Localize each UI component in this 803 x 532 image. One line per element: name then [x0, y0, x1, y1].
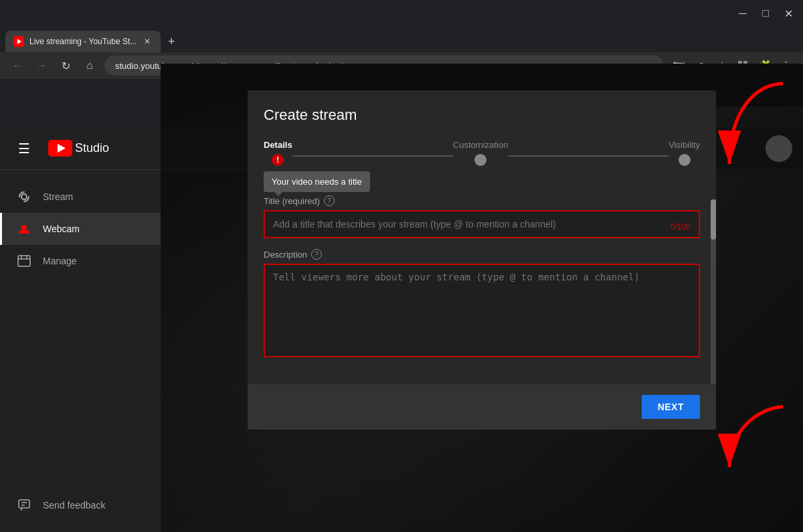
youtube-icon — [48, 140, 72, 157]
svg-rect-14 — [19, 500, 29, 508]
dialog-title: Create stream — [264, 106, 700, 124]
sidebar-bottom: Send feedback — [0, 478, 161, 532]
title-char-count: 0/100 — [671, 222, 691, 232]
scrollbar[interactable] — [711, 199, 716, 384]
step-line-1 — [292, 140, 453, 157]
title-label: Title (required) ? — [264, 195, 700, 206]
title-field-group: Title (required) ? 0/100 — [264, 195, 700, 238]
annotation-arrow-1 — [716, 77, 796, 187]
step-details: Details ! — [264, 140, 292, 166]
title-help-icon[interactable]: ? — [324, 195, 335, 206]
sidebar-item-stream-label: Stream — [43, 191, 73, 202]
new-tab-button[interactable]: + — [162, 32, 181, 51]
step-customization-label: Customization — [453, 140, 508, 150]
sidebar-item-manage-label: Manage — [43, 256, 77, 266]
step-line-inner-1 — [292, 155, 453, 157]
hamburger-menu[interactable]: ☰ — [11, 135, 37, 162]
main-content: Create stream Details ! Customiza — [161, 64, 803, 532]
stepper: Details ! Customization — [264, 140, 700, 166]
dialog-header: Create stream Details ! Customiza — [248, 90, 716, 166]
webcam-icon — [16, 221, 32, 237]
title-label-text: Title (required) — [264, 196, 320, 206]
close-button[interactable]: ✕ — [779, 4, 798, 23]
title-bar: ─ □ ✕ — [0, 0, 803, 27]
tooltip: Your video needs a title — [264, 171, 370, 192]
tab-close-button[interactable]: ✕ — [142, 36, 153, 47]
step-visibility: Visibility — [668, 140, 700, 166]
tab-favicon — [13, 36, 24, 47]
next-button[interactable]: NEXT — [642, 395, 700, 419]
sidebar-nav: Stream Webcam — [0, 170, 161, 478]
minimize-button[interactable]: ─ — [733, 4, 752, 23]
description-help-icon[interactable]: ? — [311, 249, 322, 260]
app-container: ☰ Studio Stream — [0, 64, 803, 532]
step-visibility-label: Visibility — [668, 140, 700, 150]
create-stream-dialog: Create stream Details ! Customiza — [248, 90, 716, 430]
feedback-label: Send feedback — [43, 500, 105, 511]
step-line-2 — [508, 140, 668, 157]
maximize-button[interactable]: □ — [756, 4, 775, 23]
sidebar-item-stream[interactable]: Stream — [0, 181, 161, 213]
title-input[interactable] — [273, 219, 691, 230]
browser-chrome: ─ □ ✕ Live streaming - YouTube St... ✕ +… — [0, 0, 803, 64]
annotation-arrow-2 — [716, 400, 796, 483]
svg-rect-10 — [18, 256, 30, 266]
yt-logo: Studio — [48, 140, 109, 157]
description-label-text: Description — [264, 250, 307, 260]
send-feedback-item[interactable]: Send feedback — [0, 489, 161, 521]
manage-icon — [16, 253, 32, 269]
stream-icon — [16, 189, 32, 205]
step-line-inner-2 — [508, 155, 668, 157]
tab-bar: Live streaming - YouTube St... ✕ + — [0, 27, 803, 52]
svg-point-8 — [21, 194, 27, 199]
step-customization: Customization — [453, 140, 508, 166]
description-field-group: Description ? — [264, 249, 700, 357]
dialog-overlay: Create stream Details ! Customiza — [161, 64, 803, 532]
dialog-footer: NEXT — [248, 384, 716, 430]
title-input-wrapper[interactable]: 0/100 — [264, 210, 700, 238]
svg-point-9 — [21, 225, 27, 230]
step-visibility-indicator — [679, 154, 691, 166]
feedback-icon — [16, 497, 32, 513]
sidebar: Stream Webcam — [0, 127, 161, 532]
step-details-indicator: ! — [272, 154, 284, 166]
scrollbar-thumb[interactable] — [711, 199, 716, 240]
dialog-body: Your video needs a title Title (required… — [248, 166, 716, 384]
studio-label: Studio — [75, 141, 109, 155]
sidebar-item-manage[interactable]: Manage — [0, 245, 161, 277]
active-tab[interactable]: Live streaming - YouTube St... ✕ — [5, 31, 161, 52]
tab-title: Live streaming - YouTube St... — [29, 37, 137, 46]
description-label: Description ? — [264, 249, 700, 260]
sidebar-item-webcam-label: Webcam — [43, 224, 80, 234]
sidebar-item-webcam[interactable]: Webcam — [0, 213, 161, 245]
description-textarea[interactable] — [273, 272, 691, 339]
step-customization-indicator — [474, 154, 486, 166]
description-textarea-wrapper[interactable] — [264, 264, 700, 357]
window-controls: ─ □ ✕ — [733, 4, 798, 23]
step-details-label: Details — [264, 140, 292, 150]
